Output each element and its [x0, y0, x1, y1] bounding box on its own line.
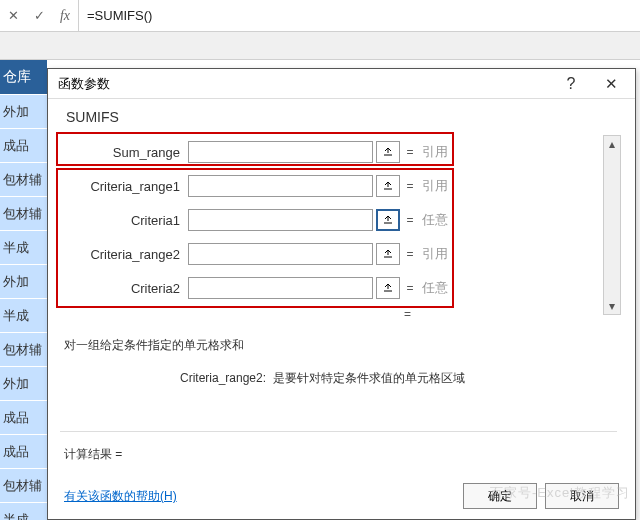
help-icon[interactable]: ? [551, 75, 591, 93]
ribbon-spacer [0, 32, 640, 60]
cell[interactable]: 包材辅 [0, 197, 47, 231]
formula-bar: ✕ ✓ fx =SUMIFS() [0, 0, 640, 32]
sheet-column: 仓库 外加 成品 包材辅 包材辅 半成 外加 半成 包材辅 外加 成品 成品 包… [0, 60, 47, 520]
scroll-down-icon[interactable]: ▾ [606, 300, 618, 312]
function-arguments-dialog: 函数参数 ? ✕ SUMIFS Sum_range = 引用 Criteria_… [47, 68, 636, 520]
close-icon[interactable]: ✕ [591, 75, 631, 93]
arg-label: Criteria2 [60, 281, 188, 296]
arg-label: Criteria_range1 [60, 179, 188, 194]
function-name-label: SUMIFS [60, 109, 617, 125]
arguments-table: Sum_range = 引用 Criteria_range1 = 引用 Crit… [60, 135, 617, 305]
cell[interactable]: 成品 [0, 401, 47, 435]
dialog-footer: 有关该函数的帮助(H) 确定 取消 [48, 473, 635, 519]
equals-sign: = [400, 281, 420, 295]
range-picker-icon[interactable] [376, 175, 400, 197]
arg-row-criteria-range1: Criteria_range1 = 引用 [60, 169, 617, 203]
arg-input-sum-range[interactable] [188, 141, 373, 163]
arg-label: Criteria_range2 [60, 247, 188, 262]
args-scrollbar[interactable]: ▴ ▾ [603, 135, 621, 315]
arg-input-criteria1[interactable] [188, 209, 373, 231]
calc-result-label: 计算结果 = [60, 431, 617, 463]
param-desc-text: 是要针对特定条件求值的单元格区域 [273, 371, 465, 385]
equals-sign: = [400, 213, 420, 227]
arg-hint: 引用 [420, 177, 617, 195]
arg-label: Sum_range [60, 145, 188, 160]
cancel-button[interactable]: 取消 [545, 483, 619, 509]
arg-hint: 任意 [420, 279, 617, 297]
result-equals: = [60, 307, 617, 321]
arg-row-criteria1: Criteria1 = 任意 [60, 203, 617, 237]
parameter-description: Criteria_range2: 是要针对特定条件求值的单元格区域 [60, 370, 617, 387]
cell[interactable]: 外加 [0, 95, 47, 129]
param-desc-label: Criteria_range2: [180, 371, 266, 385]
arg-hint: 任意 [420, 211, 617, 229]
cell[interactable]: 成品 [0, 435, 47, 469]
arg-label: Criteria1 [60, 213, 188, 228]
arg-input-criteria-range2[interactable] [188, 243, 373, 265]
function-help-link[interactable]: 有关该函数的帮助(H) [64, 488, 177, 505]
arg-row-criteria2: Criteria2 = 任意 [60, 271, 617, 305]
equals-sign: = [400, 145, 420, 159]
column-header[interactable]: 仓库 [0, 60, 47, 95]
cell[interactable]: 包材辅 [0, 469, 47, 503]
function-description: 对一组给定条件指定的单元格求和 [60, 337, 617, 354]
cell[interactable]: 成品 [0, 129, 47, 163]
cell[interactable]: 半成 [0, 299, 47, 333]
formula-confirm-icon[interactable]: ✓ [26, 0, 52, 31]
cell[interactable]: 半成 [0, 231, 47, 265]
equals-sign: = [400, 247, 420, 261]
dialog-title: 函数参数 [58, 75, 551, 93]
cell[interactable]: 外加 [0, 265, 47, 299]
range-picker-icon[interactable] [376, 243, 400, 265]
arg-input-criteria-range1[interactable] [188, 175, 373, 197]
equals-sign: = [400, 179, 420, 193]
range-picker-icon[interactable] [376, 141, 400, 163]
formula-cancel-icon[interactable]: ✕ [0, 0, 26, 31]
ok-button[interactable]: 确定 [463, 483, 537, 509]
range-picker-icon[interactable] [376, 277, 400, 299]
formula-input[interactable]: =SUMIFS() [78, 0, 640, 31]
arg-hint: 引用 [420, 245, 617, 263]
arg-hint: 引用 [420, 143, 617, 161]
dialog-titlebar[interactable]: 函数参数 ? ✕ [48, 69, 635, 99]
range-picker-icon[interactable] [376, 209, 400, 231]
cell[interactable]: 半成 [0, 503, 47, 520]
cell[interactable]: 外加 [0, 367, 47, 401]
arg-row-criteria-range2: Criteria_range2 = 引用 [60, 237, 617, 271]
fx-icon[interactable]: fx [52, 0, 78, 31]
cell[interactable]: 包材辅 [0, 163, 47, 197]
cell[interactable]: 包材辅 [0, 333, 47, 367]
arg-row-sum-range: Sum_range = 引用 [60, 135, 617, 169]
scroll-up-icon[interactable]: ▴ [606, 138, 618, 150]
arg-input-criteria2[interactable] [188, 277, 373, 299]
